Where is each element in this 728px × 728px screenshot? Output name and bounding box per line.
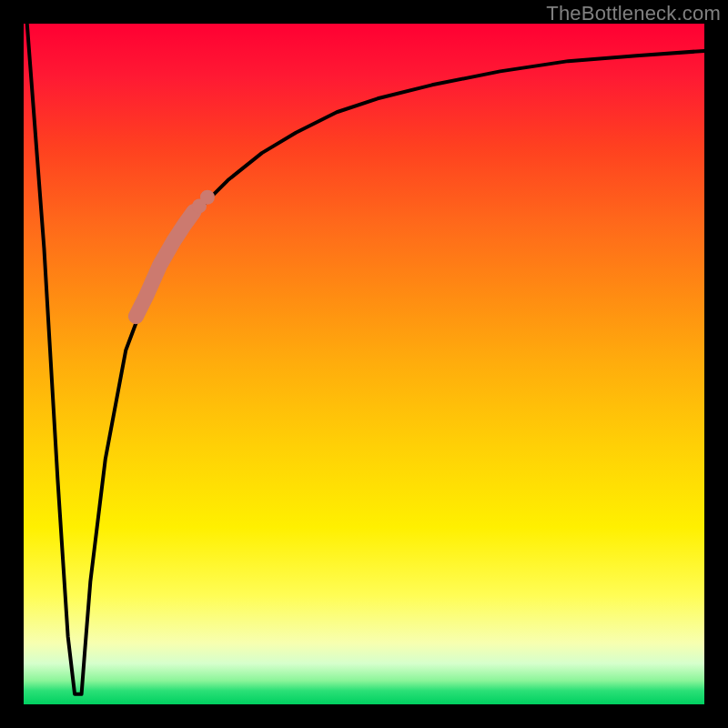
chart-svg (24, 24, 704, 704)
highlight-segment-group (136, 190, 215, 317)
watermark-text: TheBottleneck.com (546, 2, 721, 25)
highlight-thick-segment (136, 211, 194, 316)
highlight-dot (200, 190, 215, 205)
bottleneck-curve-path (27, 24, 704, 694)
chart-frame: TheBottleneck.com (0, 0, 728, 728)
